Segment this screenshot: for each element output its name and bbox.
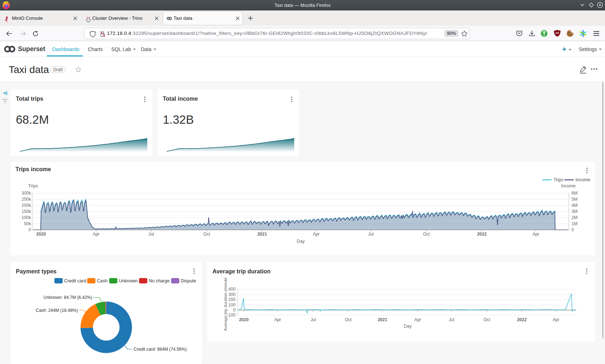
- svg-text:Jul: Jul: [148, 232, 154, 237]
- svg-text:0: 0: [572, 227, 574, 232]
- svg-text:Apr: Apr: [553, 317, 560, 322]
- svg-text:Unknown: 84.7M (6.42%): Unknown: 84.7M (6.42%): [44, 295, 92, 300]
- svg-text:0: 0: [28, 227, 31, 232]
- svg-text:400: 400: [228, 287, 236, 292]
- svg-text:Cash: Cash: [97, 278, 107, 283]
- svg-text:Apr: Apr: [533, 232, 539, 237]
- svg-text:Apr: Apr: [414, 317, 421, 322]
- svg-text:200k: 200k: [22, 203, 31, 208]
- svg-text:Apr: Apr: [274, 317, 281, 322]
- svg-text:Jul: Jul: [368, 232, 373, 237]
- svg-text:2022: 2022: [477, 232, 487, 237]
- svg-text:-100: -100: [227, 313, 236, 318]
- svg-text:200: 200: [228, 297, 236, 302]
- svg-text:No charge: No charge: [149, 278, 170, 283]
- svg-text:300: 300: [228, 292, 236, 297]
- svg-text:Unknown: Unknown: [119, 278, 138, 283]
- svg-text:250k: 250k: [22, 197, 31, 202]
- svg-text:0: 0: [233, 308, 236, 313]
- svg-text:300k: 300k: [22, 191, 31, 196]
- svg-text:100: 100: [228, 302, 236, 308]
- svg-text:Income: Income: [575, 177, 590, 182]
- svg-text:2020: 2020: [36, 232, 46, 237]
- svg-text:Day: Day: [404, 324, 412, 329]
- svg-text:3M: 3M: [572, 209, 578, 214]
- svg-text:Dispute: Dispute: [181, 278, 196, 283]
- svg-text:4M: 4M: [572, 203, 578, 208]
- svg-text:Day: Day: [297, 239, 305, 244]
- svg-text:Trips: Trips: [28, 183, 38, 188]
- svg-text:Oct: Oct: [203, 232, 210, 237]
- svg-text:2M: 2M: [572, 215, 578, 220]
- svg-text:1M: 1M: [572, 221, 578, 226]
- svg-text:Jul: Jul: [449, 317, 454, 322]
- svg-text:Oct: Oct: [423, 232, 430, 237]
- svg-text:50k: 50k: [24, 221, 31, 226]
- svg-text:Oct: Oct: [484, 317, 490, 322]
- svg-text:Jul: Jul: [310, 317, 316, 322]
- svg-text:Credit card: Credit card: [64, 278, 86, 283]
- svg-text:2022: 2022: [517, 317, 527, 322]
- svg-text:Cash: 244M (18.48%): Cash: 244M (18.48%): [36, 308, 78, 313]
- svg-text:Apr: Apr: [93, 232, 100, 237]
- svg-text:6M: 6M: [572, 191, 578, 196]
- svg-text:uO: uO: [556, 32, 559, 34]
- svg-text:Credit card: 984M (74.56%): Credit card: 984M (74.56%): [134, 347, 187, 352]
- svg-text:Trips: Trips: [554, 177, 563, 182]
- svg-text:100k: 100k: [22, 215, 31, 220]
- svg-text:2021: 2021: [257, 232, 267, 237]
- svg-text:150k: 150k: [22, 209, 31, 214]
- svg-text:Average trip duration (minute: Average trip duration (minute: [223, 278, 228, 331]
- svg-text:Apr: Apr: [313, 232, 320, 237]
- svg-text:Oct: Oct: [345, 317, 352, 322]
- svg-text:2020: 2020: [239, 317, 249, 322]
- svg-text:5M: 5M: [572, 197, 578, 202]
- svg-text:2021: 2021: [378, 317, 387, 322]
- svg-text:Income: Income: [561, 183, 576, 188]
